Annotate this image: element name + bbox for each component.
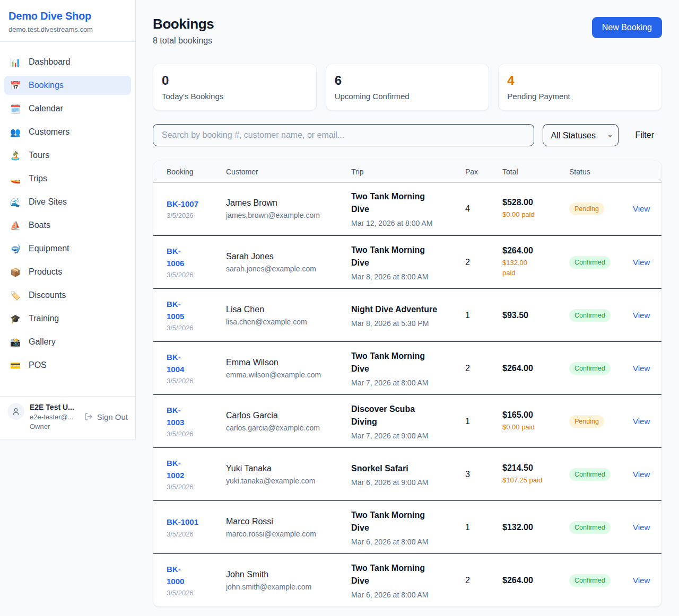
sidebar-item-bookings[interactable]: 📅 Bookings (4, 76, 131, 95)
view-booking-link[interactable]: View (633, 470, 650, 479)
view-booking-link[interactable]: View (633, 576, 650, 585)
trip-datetime: Mar 12, 2026 at 8:00 AM (351, 219, 465, 227)
shop-name: Demo Dive Shop (8, 10, 127, 22)
total-amount: $93.50 (502, 311, 569, 320)
view-booking-link[interactable]: View (633, 417, 650, 426)
user-name: E2E Test U... (30, 403, 79, 411)
nav-icon-products: 📦 (10, 267, 21, 277)
sidebar-item-label: Training (29, 314, 59, 323)
total-cell: $214.50 $107.25 paid (502, 463, 569, 486)
customer-email: emma.wilson@example.com (226, 371, 351, 379)
status-cell: Pending (569, 203, 633, 215)
nav-icon-bookings: 📅 (10, 81, 21, 91)
total-amount: $214.50 (502, 463, 569, 473)
bookings-table: Booking Customer Trip Pax Total Status B… (153, 161, 662, 607)
sidebar-item-label: Trips (29, 174, 47, 183)
view-cell: View (633, 523, 650, 532)
sidebar-item-products[interactable]: 📦 Products (4, 262, 131, 281)
trip-datetime: Mar 7, 2026 at 8:00 AM (351, 379, 465, 387)
sidebar-item-calendar[interactable]: 🗓️ Calendar (4, 99, 131, 118)
status-filter-select[interactable]: All Statuses (543, 124, 619, 146)
table-body: BK-1007 3/5/2026 James Brown james.brown… (153, 182, 661, 606)
sidebar-item-discounts[interactable]: 🏷️ Discounts (4, 286, 131, 305)
main-content: Bookings 8 total bookings New Booking 0 … (136, 0, 679, 616)
view-booking-link[interactable]: View (633, 311, 650, 320)
trip-name: Two Tank Morning Dive (351, 244, 465, 269)
stat-value: 6 (335, 73, 481, 88)
sidebar-item-training[interactable]: 🎓 Training (4, 309, 131, 328)
sidebar-item-equipment[interactable]: 🤿 Equipment (4, 239, 131, 258)
booking-id-link[interactable]: BK- 1002 (167, 457, 226, 481)
booking-id-link[interactable]: BK-1007 (167, 198, 226, 210)
booking-id-link[interactable]: BK- 1006 (167, 245, 226, 269)
view-booking-link[interactable]: View (633, 204, 650, 213)
status-cell: Confirmed (569, 521, 633, 534)
paid-amount: $0.00 paid (502, 423, 569, 433)
pax-count: 2 (465, 364, 502, 373)
booking-id-link[interactable]: BK- 1005 (167, 298, 226, 322)
booking-cell: BK-1001 3/5/2026 (167, 516, 226, 538)
total-amount: $264.00 (502, 364, 569, 373)
customer-cell: Emma Wilson emma.wilson@example.com (226, 358, 351, 379)
booking-cell: BK- 1002 3/5/2026 (167, 457, 226, 491)
total-cell: $528.00 $0.00 paid (502, 198, 569, 220)
booking-cell: BK- 1000 3/5/2026 (167, 564, 226, 597)
sidebar-nav: 📊 Dashboard 📅 Bookings 🗓️ Calendar 👥 Cus… (0, 42, 135, 396)
sidebar-item-dashboard[interactable]: 📊 Dashboard (4, 52, 131, 72)
nav-icon-gallery: 📸 (10, 337, 21, 347)
status-badge: Confirmed (569, 521, 611, 534)
pax-count: 2 (465, 258, 502, 267)
sidebar-item-label: Calendar (29, 104, 63, 113)
trip-datetime: Mar 8, 2026 at 8:00 AM (351, 272, 465, 281)
sidebar-item-pos[interactable]: 💳 POS (4, 356, 131, 375)
sidebar-item-label: Gallery (29, 337, 56, 347)
customer-cell: Yuki Tanaka yuki.tanaka@example.com (226, 464, 351, 485)
booking-id-link[interactable]: BK- 1004 (167, 351, 226, 375)
booking-id-link[interactable]: BK-1001 (167, 516, 226, 529)
table-row: BK- 1006 3/5/2026 Sarah Jones sarah.jone… (153, 235, 661, 288)
total-cell: $132.00 (502, 523, 569, 532)
sidebar-item-label: Boats (29, 221, 50, 230)
status-badge: Confirmed (569, 574, 611, 587)
column-header: Trip (351, 168, 465, 176)
pax-count: 1 (465, 311, 502, 320)
trip-datetime: Mar 6, 2026 at 9:00 AM (351, 478, 465, 487)
sidebar-item-trips[interactable]: 🚤 Trips (4, 169, 131, 188)
booking-cell: BK- 1004 3/5/2026 (167, 351, 226, 385)
sidebar-item-customers[interactable]: 👥 Customers (4, 122, 131, 142)
trip-cell: Snorkel Safari Mar 6, 2026 at 9:00 AM (351, 462, 465, 487)
sidebar-item-label: Dive Sites (29, 197, 67, 207)
booking-created-date: 3/5/2026 (167, 212, 226, 219)
view-cell: View (633, 470, 650, 479)
total-cell: $264.00 (502, 364, 569, 373)
column-header: Status (569, 168, 633, 176)
pax-count: 2 (465, 576, 502, 585)
new-booking-button[interactable]: New Booking (592, 17, 662, 38)
sidebar-item-gallery[interactable]: 📸 Gallery (4, 332, 131, 351)
trip-datetime: Mar 7, 2026 at 9:00 AM (351, 432, 465, 440)
sidebar-item-label: Customers (29, 127, 69, 137)
search-input[interactable] (153, 124, 534, 146)
trip-cell: Night Dive Adventure Mar 8, 2026 at 5:30… (351, 303, 465, 328)
status-cell: Confirmed (569, 574, 633, 587)
booking-id-link[interactable]: BK- 1003 (167, 404, 226, 428)
customer-cell: Lisa Chen lisa.chen@example.com (226, 305, 351, 326)
booking-cell: BK- 1003 3/5/2026 (167, 404, 226, 438)
trip-name: Discover Scuba Diving (351, 403, 465, 428)
sidebar-item-boats[interactable]: ⛵ Boats (4, 216, 131, 235)
view-booking-link[interactable]: View (633, 523, 650, 532)
column-header: Total (502, 168, 569, 176)
filter-button[interactable]: Filter (627, 130, 662, 140)
view-booking-link[interactable]: View (633, 364, 650, 373)
nav-icon-discounts: 🏷️ (10, 291, 21, 301)
view-booking-link[interactable]: View (633, 258, 650, 267)
trip-name: Two Tank Morning Dive (351, 190, 465, 216)
page-title-block: Bookings 8 total bookings (153, 16, 214, 46)
sidebar-item-tours[interactable]: 🏝️ Tours (4, 146, 131, 165)
sign-out-button[interactable]: Sign Out (84, 412, 128, 421)
stat-card: 4 Pending Payment (498, 64, 662, 111)
sidebar-item-dive-sites[interactable]: 🌊 Dive Sites (4, 192, 131, 212)
booking-id-link[interactable]: BK- 1000 (167, 564, 226, 587)
table-row: BK- 1004 3/5/2026 Emma Wilson emma.wilso… (153, 341, 661, 394)
sidebar-item-label: Discounts (29, 291, 66, 300)
